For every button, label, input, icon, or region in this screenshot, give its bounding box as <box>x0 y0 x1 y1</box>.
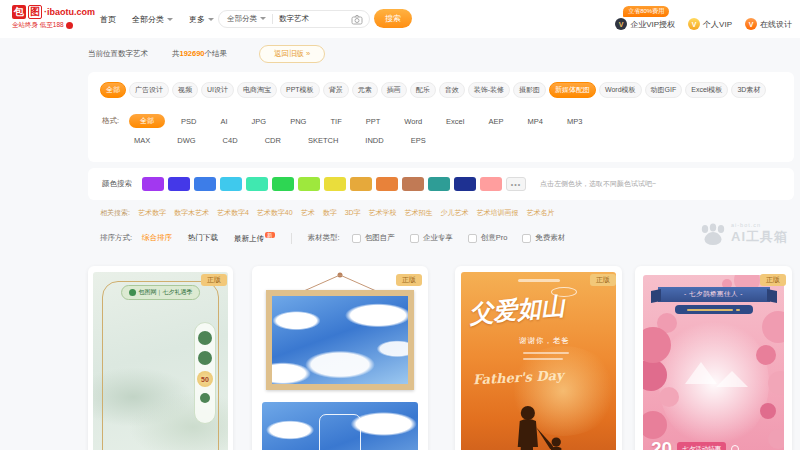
related-term[interactable]: 艺术数字40 <box>257 208 293 218</box>
related-term[interactable]: 数字 <box>323 208 337 218</box>
format-option[interactable]: MP3 <box>567 117 582 126</box>
category-chip[interactable]: 全部 <box>100 82 126 98</box>
color-swatch[interactable] <box>480 177 502 191</box>
category-chip[interactable]: 插画 <box>381 82 407 98</box>
format-option[interactable]: AI <box>221 117 228 126</box>
result-card-qixi-pink[interactable]: - 七夕鹊桥惠佳人 - 20 七夕活动特惠 正版 <box>635 266 792 450</box>
format-filter-row-1: 格式: 全部 PSDAIJPGPNGTIFPPTWordExcelAEPMP4M… <box>102 114 582 128</box>
category-chip[interactable]: 广告设计 <box>129 82 169 98</box>
format-option[interactable]: CDR <box>265 136 281 145</box>
format-option[interactable]: TIF <box>330 117 341 126</box>
color-swatch[interactable] <box>142 177 164 191</box>
result-card-fathers-day[interactable]: 父爱如山 谢谢你，老爸 Father's Day 正版 <box>455 266 622 450</box>
format-option[interactable]: PSD <box>181 117 196 126</box>
category-chip[interactable]: 摄影图 <box>513 82 546 98</box>
color-swatch[interactable] <box>350 177 372 191</box>
color-swatch[interactable] <box>272 177 294 191</box>
site-logo[interactable]: 包 图 ·ibaotu.com 全站终身 低至188 <box>12 5 95 30</box>
header-link-0[interactable]: 立省80%费用V企业VIP授权 <box>615 18 675 30</box>
category-chip[interactable]: 视频 <box>172 82 198 98</box>
related-term[interactable]: 3D字 <box>345 208 361 218</box>
related-term[interactable]: 少儿艺术 <box>441 208 469 218</box>
category-chip[interactable]: 3D素材 <box>731 82 766 98</box>
nav-item[interactable]: 更多 <box>189 14 214 25</box>
material-type-checkbox[interactable]: 创意Pro <box>468 233 508 243</box>
category-chip[interactable]: 动图GIF <box>645 82 683 98</box>
category-chip[interactable]: Excel模板 <box>685 82 728 98</box>
color-swatch[interactable] <box>376 177 398 191</box>
format-all-chip[interactable]: 全部 <box>129 114 165 128</box>
related-term[interactable]: 艺术 <box>301 208 315 218</box>
license-badge: 正版 <box>396 274 422 286</box>
category-chip[interactable]: 元素 <box>352 82 378 98</box>
poster-image-qixi-green: 包图网｜七夕礼遇季 50 <box>93 272 228 450</box>
sort-option[interactable]: 热门下载 <box>188 233 218 243</box>
sort-option[interactable]: 最新上传新 <box>234 232 275 244</box>
category-chip[interactable]: 电商淘宝 <box>237 82 277 98</box>
color-swatch[interactable] <box>298 177 320 191</box>
category-chip[interactable]: 装饰-装修 <box>468 82 510 98</box>
color-swatch[interactable] <box>324 177 346 191</box>
more-colors-button[interactable]: ••• <box>506 177 526 191</box>
count-prefix: 共 <box>172 49 180 58</box>
ai-toolbox-watermark: ai-bot.cn AI工具箱 <box>700 222 788 246</box>
color-swatch[interactable] <box>454 177 476 191</box>
material-type-checkbox[interactable]: 免费素材 <box>522 233 565 243</box>
promo-circle-icon <box>731 445 739 450</box>
nav-item[interactable]: 首页 <box>100 14 116 25</box>
category-chip[interactable]: 背景 <box>323 82 349 98</box>
category-chip[interactable]: Word模板 <box>599 82 642 98</box>
color-swatch[interactable] <box>402 177 424 191</box>
category-chip[interactable]: 音效 <box>439 82 465 98</box>
result-card-sky-frames[interactable]: 正版 <box>252 266 428 450</box>
color-swatch[interactable] <box>220 177 242 191</box>
format-option[interactable]: INDD <box>365 136 383 145</box>
format-option[interactable]: PPT <box>366 117 381 126</box>
enterprise-vip-icon: V <box>615 18 627 30</box>
poster-title: 父爱如山 <box>468 290 566 330</box>
header-link-2[interactable]: V在线设计 <box>745 18 792 30</box>
format-option[interactable]: SKETCH <box>308 136 338 145</box>
format-option[interactable]: C4D <box>223 136 238 145</box>
format-options-1: PSDAIJPGPNGTIFPPTWordExcelAEPMP4MP3 <box>181 117 582 126</box>
related-term[interactable]: 艺术数字 <box>138 208 166 218</box>
related-term[interactable]: 数字木艺术 <box>174 208 209 218</box>
related-term[interactable]: 艺术数字4 <box>217 208 249 218</box>
search-button[interactable]: 搜索 <box>374 9 412 28</box>
color-swatch[interactable] <box>246 177 268 191</box>
format-option[interactable]: MP4 <box>527 117 542 126</box>
checkbox-label: 免费素材 <box>535 233 565 243</box>
sort-option[interactable]: 综合排序 <box>142 233 172 243</box>
related-term[interactable]: 艺术招生 <box>405 208 433 218</box>
format-option[interactable]: AEP <box>488 117 503 126</box>
format-option[interactable]: PNG <box>290 117 306 126</box>
checkbox-label: 创意Pro <box>481 233 508 243</box>
camera-search-icon[interactable] <box>351 14 363 26</box>
color-swatch[interactable] <box>194 177 216 191</box>
format-option[interactable]: EPS <box>411 136 426 145</box>
format-option[interactable]: Excel <box>446 117 464 126</box>
back-to-old-version-button[interactable]: 返回旧版 » <box>259 45 325 63</box>
category-chip[interactable]: UI设计 <box>201 82 234 98</box>
color-swatch[interactable] <box>168 177 190 191</box>
poster-subtitle: 谢谢你，老爸 <box>519 336 570 346</box>
result-card-qixi-green[interactable]: 包图网｜七夕礼遇季 50 正版 <box>88 266 233 450</box>
format-option[interactable]: Word <box>404 117 422 126</box>
header-link-1[interactable]: V个人VIP <box>688 18 732 30</box>
category-chip[interactable]: PPT模板 <box>280 82 320 98</box>
search-category-dropdown[interactable]: 全部分类 <box>227 14 266 24</box>
material-type-checkbox[interactable]: 包图自产 <box>352 233 395 243</box>
format-option[interactable]: MAX <box>134 136 150 145</box>
related-term[interactable]: 艺术名片 <box>527 208 555 218</box>
poster-image-fathers-day: 父爱如山 谢谢你，老爸 Father's Day <box>461 272 616 450</box>
related-term[interactable]: 艺术培训画报 <box>477 208 519 218</box>
nav-item[interactable]: 全部分类 <box>132 14 173 25</box>
father-child-silhouette-art <box>461 399 616 450</box>
category-chip[interactable]: 新媒体配图 <box>549 82 596 98</box>
format-option[interactable]: DWG <box>177 136 195 145</box>
format-option[interactable]: JPG <box>252 117 267 126</box>
material-type-checkbox[interactable]: 企业专享 <box>410 233 453 243</box>
category-chip[interactable]: 配乐 <box>410 82 436 98</box>
related-term[interactable]: 艺术学校 <box>369 208 397 218</box>
color-swatch[interactable] <box>428 177 450 191</box>
